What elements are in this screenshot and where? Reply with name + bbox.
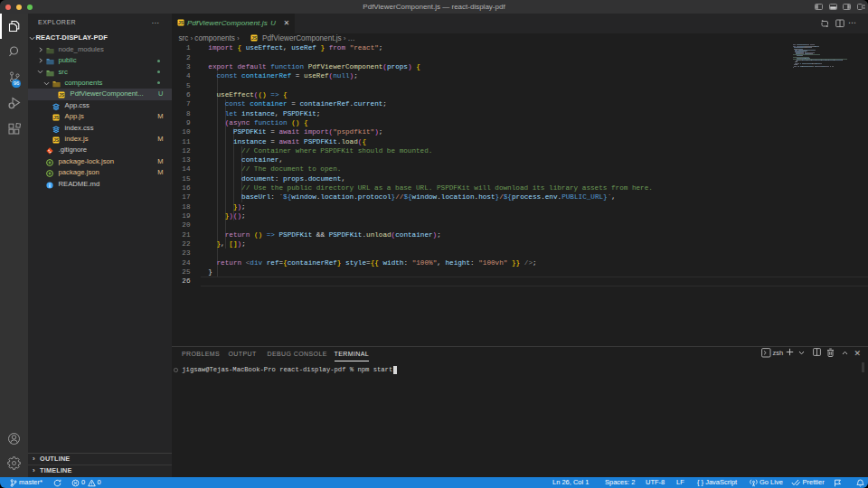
svg-text:JS: JS	[59, 93, 65, 99]
svg-text:JS: JS	[53, 137, 60, 143]
svg-text:JS: JS	[177, 20, 184, 25]
svg-text:JS: JS	[251, 35, 258, 41]
svg-text:JS: JS	[53, 116, 60, 121]
